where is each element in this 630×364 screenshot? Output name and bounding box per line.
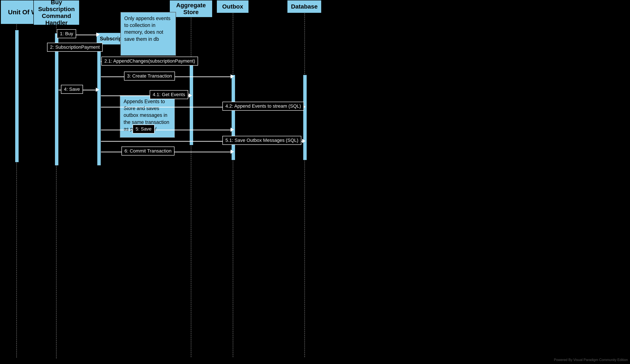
msg-1-arrowhead <box>96 32 100 37</box>
msg-51-arrowhead <box>302 139 306 143</box>
msg-1-label: 1: Buy <box>57 29 76 38</box>
msg-41-label: 4.1: Get Events <box>150 90 188 99</box>
msg-5-line <box>101 130 232 130</box>
msg-42-label: 4.2: Append Events to stream (SQL) <box>222 102 304 111</box>
diagram: Unit Of Work Buy Subscription Command Ha… <box>0 0 630 364</box>
msg-5-label: 5: Save <box>132 125 154 134</box>
msg-6-arrowhead <box>230 150 234 154</box>
activation-outbox <box>232 75 235 160</box>
activation-agg <box>190 60 193 145</box>
lifeline-line-db <box>304 13 305 357</box>
lifeline-outbox: Outbox <box>216 0 249 13</box>
lifeline-buy: Buy Subscription Command Handler <box>33 0 80 25</box>
activation-uow <box>15 30 19 162</box>
activation-db <box>303 75 307 160</box>
msg-3-label: 3: Create Transaction <box>124 72 175 81</box>
activation-sub <box>97 33 101 166</box>
msg-6-label: 6: Commit Transaction <box>122 147 174 156</box>
msg-21-label: 2.1: AppendChanges(subscriptionPayment) <box>101 57 198 66</box>
msg-41-arrowhead <box>188 93 192 98</box>
watermark: Powered By Visual Paradigm Community Edi… <box>554 358 628 362</box>
lifeline-line-outbox <box>233 13 233 357</box>
note-append-events: Only appends events to collection in mem… <box>120 12 176 56</box>
msg-4-label: 4: Save <box>61 85 83 94</box>
activation-buy <box>55 33 58 166</box>
msg-5-arrowhead <box>230 128 234 132</box>
msg-51-label: 5.1: Save Outbox Messages (SQL) <box>222 136 301 145</box>
lifeline-db: Database <box>287 0 322 13</box>
msg-4-arrowhead <box>96 88 99 92</box>
msg-3-arrowhead <box>230 74 234 79</box>
msg-2-label: 2: SubscriptionPayment <box>47 43 103 52</box>
